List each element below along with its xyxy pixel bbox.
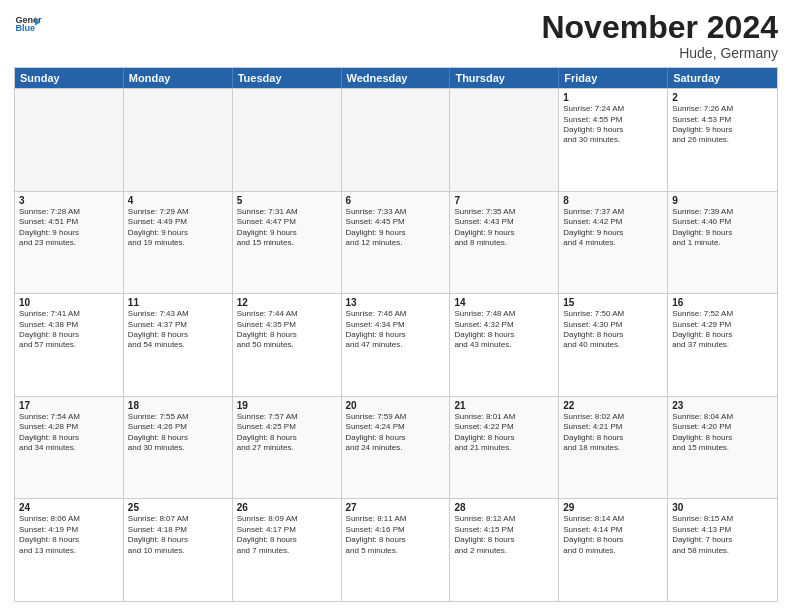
day-cell-17: 17Sunrise: 7:54 AM Sunset: 4:28 PM Dayli…	[15, 397, 124, 499]
calendar-row-0: 1Sunrise: 7:24 AM Sunset: 4:55 PM Daylig…	[15, 88, 777, 191]
day-cell-7: 7Sunrise: 7:35 AM Sunset: 4:43 PM Daylig…	[450, 192, 559, 294]
day-cell-14: 14Sunrise: 7:48 AM Sunset: 4:32 PM Dayli…	[450, 294, 559, 396]
day-number: 25	[128, 502, 228, 513]
day-cell-12: 12Sunrise: 7:44 AM Sunset: 4:35 PM Dayli…	[233, 294, 342, 396]
day-number: 22	[563, 400, 663, 411]
empty-cell	[233, 89, 342, 191]
day-number: 29	[563, 502, 663, 513]
day-cell-16: 16Sunrise: 7:52 AM Sunset: 4:29 PM Dayli…	[668, 294, 777, 396]
day-cell-3: 3Sunrise: 7:28 AM Sunset: 4:51 PM Daylig…	[15, 192, 124, 294]
day-info: Sunrise: 8:07 AM Sunset: 4:18 PM Dayligh…	[128, 514, 228, 556]
day-number: 24	[19, 502, 119, 513]
day-cell-30: 30Sunrise: 8:15 AM Sunset: 4:13 PM Dayli…	[668, 499, 777, 601]
empty-cell	[15, 89, 124, 191]
day-number: 10	[19, 297, 119, 308]
day-info: Sunrise: 8:06 AM Sunset: 4:19 PM Dayligh…	[19, 514, 119, 556]
day-number: 20	[346, 400, 446, 411]
day-number: 17	[19, 400, 119, 411]
day-cell-26: 26Sunrise: 8:09 AM Sunset: 4:17 PM Dayli…	[233, 499, 342, 601]
day-info: Sunrise: 7:57 AM Sunset: 4:25 PM Dayligh…	[237, 412, 337, 454]
day-number: 28	[454, 502, 554, 513]
logo: General Blue	[14, 10, 44, 38]
day-cell-27: 27Sunrise: 8:11 AM Sunset: 4:16 PM Dayli…	[342, 499, 451, 601]
day-cell-29: 29Sunrise: 8:14 AM Sunset: 4:14 PM Dayli…	[559, 499, 668, 601]
day-cell-5: 5Sunrise: 7:31 AM Sunset: 4:47 PM Daylig…	[233, 192, 342, 294]
day-number: 14	[454, 297, 554, 308]
day-number: 19	[237, 400, 337, 411]
day-info: Sunrise: 8:09 AM Sunset: 4:17 PM Dayligh…	[237, 514, 337, 556]
day-number: 8	[563, 195, 663, 206]
day-cell-10: 10Sunrise: 7:41 AM Sunset: 4:38 PM Dayli…	[15, 294, 124, 396]
logo-icon: General Blue	[14, 10, 42, 38]
day-number: 3	[19, 195, 119, 206]
day-info: Sunrise: 7:24 AM Sunset: 4:55 PM Dayligh…	[563, 104, 663, 146]
day-number: 30	[672, 502, 773, 513]
day-info: Sunrise: 8:02 AM Sunset: 4:21 PM Dayligh…	[563, 412, 663, 454]
day-number: 5	[237, 195, 337, 206]
day-cell-22: 22Sunrise: 8:02 AM Sunset: 4:21 PM Dayli…	[559, 397, 668, 499]
day-cell-19: 19Sunrise: 7:57 AM Sunset: 4:25 PM Dayli…	[233, 397, 342, 499]
day-info: Sunrise: 7:55 AM Sunset: 4:26 PM Dayligh…	[128, 412, 228, 454]
day-cell-23: 23Sunrise: 8:04 AM Sunset: 4:20 PM Dayli…	[668, 397, 777, 499]
svg-text:Blue: Blue	[15, 23, 35, 33]
day-number: 2	[672, 92, 773, 103]
calendar-row-1: 3Sunrise: 7:28 AM Sunset: 4:51 PM Daylig…	[15, 191, 777, 294]
day-cell-24: 24Sunrise: 8:06 AM Sunset: 4:19 PM Dayli…	[15, 499, 124, 601]
day-cell-9: 9Sunrise: 7:39 AM Sunset: 4:40 PM Daylig…	[668, 192, 777, 294]
day-number: 23	[672, 400, 773, 411]
day-number: 26	[237, 502, 337, 513]
day-cell-20: 20Sunrise: 7:59 AM Sunset: 4:24 PM Dayli…	[342, 397, 451, 499]
day-number: 27	[346, 502, 446, 513]
day-number: 12	[237, 297, 337, 308]
day-cell-25: 25Sunrise: 8:07 AM Sunset: 4:18 PM Dayli…	[124, 499, 233, 601]
day-info: Sunrise: 8:14 AM Sunset: 4:14 PM Dayligh…	[563, 514, 663, 556]
day-number: 11	[128, 297, 228, 308]
day-info: Sunrise: 8:12 AM Sunset: 4:15 PM Dayligh…	[454, 514, 554, 556]
empty-cell	[342, 89, 451, 191]
weekday-header-thursday: Thursday	[450, 68, 559, 88]
empty-cell	[124, 89, 233, 191]
day-cell-21: 21Sunrise: 8:01 AM Sunset: 4:22 PM Dayli…	[450, 397, 559, 499]
day-number: 21	[454, 400, 554, 411]
title-area: November 2024 Hude, Germany	[541, 10, 778, 61]
day-info: Sunrise: 7:33 AM Sunset: 4:45 PM Dayligh…	[346, 207, 446, 249]
day-number: 13	[346, 297, 446, 308]
calendar-row-3: 17Sunrise: 7:54 AM Sunset: 4:28 PM Dayli…	[15, 396, 777, 499]
day-info: Sunrise: 7:46 AM Sunset: 4:34 PM Dayligh…	[346, 309, 446, 351]
empty-cell	[450, 89, 559, 191]
month-title: November 2024	[541, 10, 778, 45]
day-cell-15: 15Sunrise: 7:50 AM Sunset: 4:30 PM Dayli…	[559, 294, 668, 396]
day-cell-28: 28Sunrise: 8:12 AM Sunset: 4:15 PM Dayli…	[450, 499, 559, 601]
day-number: 7	[454, 195, 554, 206]
day-info: Sunrise: 7:48 AM Sunset: 4:32 PM Dayligh…	[454, 309, 554, 351]
calendar-header: SundayMondayTuesdayWednesdayThursdayFrid…	[15, 68, 777, 88]
calendar: SundayMondayTuesdayWednesdayThursdayFrid…	[14, 67, 778, 602]
day-info: Sunrise: 8:11 AM Sunset: 4:16 PM Dayligh…	[346, 514, 446, 556]
day-info: Sunrise: 7:59 AM Sunset: 4:24 PM Dayligh…	[346, 412, 446, 454]
day-number: 16	[672, 297, 773, 308]
day-info: Sunrise: 7:52 AM Sunset: 4:29 PM Dayligh…	[672, 309, 773, 351]
day-info: Sunrise: 7:54 AM Sunset: 4:28 PM Dayligh…	[19, 412, 119, 454]
day-number: 18	[128, 400, 228, 411]
location: Hude, Germany	[541, 45, 778, 61]
weekday-header-monday: Monday	[124, 68, 233, 88]
day-info: Sunrise: 8:15 AM Sunset: 4:13 PM Dayligh…	[672, 514, 773, 556]
day-number: 4	[128, 195, 228, 206]
day-info: Sunrise: 7:41 AM Sunset: 4:38 PM Dayligh…	[19, 309, 119, 351]
day-cell-2: 2Sunrise: 7:26 AM Sunset: 4:53 PM Daylig…	[668, 89, 777, 191]
day-cell-1: 1Sunrise: 7:24 AM Sunset: 4:55 PM Daylig…	[559, 89, 668, 191]
day-cell-13: 13Sunrise: 7:46 AM Sunset: 4:34 PM Dayli…	[342, 294, 451, 396]
weekday-header-saturday: Saturday	[668, 68, 777, 88]
day-info: Sunrise: 7:35 AM Sunset: 4:43 PM Dayligh…	[454, 207, 554, 249]
weekday-header-wednesday: Wednesday	[342, 68, 451, 88]
day-number: 1	[563, 92, 663, 103]
day-info: Sunrise: 7:44 AM Sunset: 4:35 PM Dayligh…	[237, 309, 337, 351]
day-cell-4: 4Sunrise: 7:29 AM Sunset: 4:49 PM Daylig…	[124, 192, 233, 294]
page: General Blue November 2024 Hude, Germany…	[0, 0, 792, 612]
day-cell-11: 11Sunrise: 7:43 AM Sunset: 4:37 PM Dayli…	[124, 294, 233, 396]
day-cell-8: 8Sunrise: 7:37 AM Sunset: 4:42 PM Daylig…	[559, 192, 668, 294]
day-info: Sunrise: 7:31 AM Sunset: 4:47 PM Dayligh…	[237, 207, 337, 249]
day-info: Sunrise: 7:43 AM Sunset: 4:37 PM Dayligh…	[128, 309, 228, 351]
day-info: Sunrise: 7:28 AM Sunset: 4:51 PM Dayligh…	[19, 207, 119, 249]
day-info: Sunrise: 7:50 AM Sunset: 4:30 PM Dayligh…	[563, 309, 663, 351]
